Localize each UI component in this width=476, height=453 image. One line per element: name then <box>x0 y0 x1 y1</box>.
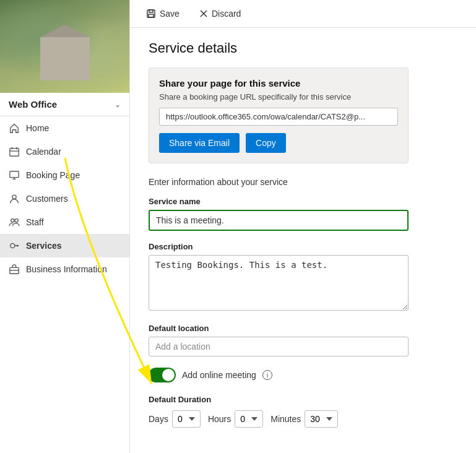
briefcase-icon <box>9 264 20 275</box>
page-title: Service details <box>149 40 457 56</box>
sidebar-item-calendar-label: Calendar <box>26 147 61 157</box>
sidebar-item-calendar[interactable]: Calendar <box>0 140 129 163</box>
sidebar-nav: Home Calendar Booking Page Customers <box>0 116 129 281</box>
svg-point-2 <box>12 195 16 199</box>
svg-point-4 <box>15 219 18 222</box>
key-icon <box>9 240 20 251</box>
share-box-title: Share your page for this service <box>159 78 398 88</box>
duration-row: Days 0 Hours 0 Minutes 30 <box>149 410 457 428</box>
sidebar-item-services-label: Services <box>26 241 62 251</box>
discard-label: Discard <box>212 9 241 19</box>
monitor-icon <box>9 170 20 181</box>
days-unit: Days 0 <box>149 410 201 428</box>
hours-select[interactable]: 0 <box>235 410 263 428</box>
save-button[interactable]: Save <box>142 6 183 21</box>
workspace-header[interactable]: Web Office ⌄ <box>0 93 129 116</box>
hours-unit: Hours 0 <box>208 410 263 428</box>
discard-button[interactable]: Discard <box>196 6 244 21</box>
home-icon <box>9 123 20 134</box>
sidebar-item-business-information[interactable]: Business Information <box>0 257 129 281</box>
sidebar-item-staff-label: Staff <box>26 217 44 227</box>
svg-point-5 <box>11 243 15 248</box>
sidebar-item-staff[interactable]: Staff <box>0 210 129 234</box>
svg-rect-1 <box>10 171 19 178</box>
minutes-label: Minutes <box>270 414 301 424</box>
share-box-description: Share a booking page URL specifically fo… <box>159 92 398 101</box>
description-label: Description <box>149 242 457 251</box>
building-graphic <box>40 37 90 80</box>
chevron-down-icon: ⌄ <box>115 100 121 109</box>
calendar-icon <box>9 146 20 157</box>
svg-rect-0 <box>10 149 19 157</box>
sidebar-item-booking-page[interactable]: Booking Page <box>0 163 129 187</box>
location-input[interactable] <box>149 337 409 356</box>
svg-rect-8 <box>149 10 153 12</box>
sidebar-item-customers[interactable]: Customers <box>0 187 129 210</box>
sidebar-image <box>0 0 129 93</box>
share-via-email-button[interactable]: Share via Email <box>159 133 240 153</box>
copy-button[interactable]: Copy <box>246 133 286 153</box>
duration-label: Default Duration <box>149 395 457 404</box>
share-url-input[interactable] <box>159 108 398 126</box>
toolbar: Save Discard <box>130 0 476 28</box>
days-label: Days <box>149 414 168 424</box>
description-field-group: Description Testing Bookings. This is a … <box>149 242 457 313</box>
hours-label: Hours <box>208 414 231 424</box>
service-name-field-group: Service name <box>149 197 457 231</box>
location-label: Default location <box>149 324 457 333</box>
online-meeting-label: Add online meeting <box>182 370 256 380</box>
people-icon <box>9 217 20 228</box>
service-name-label: Service name <box>149 197 457 206</box>
content-area: Service details Share your page for this… <box>130 28 476 453</box>
svg-rect-9 <box>149 14 154 17</box>
days-select[interactable]: 0 <box>172 410 201 428</box>
save-icon <box>146 9 156 19</box>
x-icon <box>199 9 208 18</box>
sidebar-item-booking-label: Booking Page <box>26 170 80 180</box>
main-panel: Save Discard Service details Share your … <box>130 0 476 453</box>
location-field-group: Default location <box>149 324 457 356</box>
person-icon <box>9 193 20 204</box>
section-intro: Enter information about your service <box>149 177 457 187</box>
sidebar-item-business-label: Business Information <box>26 264 107 274</box>
share-box: Share your page for this service Share a… <box>149 67 409 163</box>
online-meeting-toggle[interactable] <box>149 368 176 382</box>
sidebar: Web Office ⌄ Home Calendar Booking Page <box>0 0 130 453</box>
share-buttons: Share via Email Copy <box>159 133 398 153</box>
save-label: Save <box>160 9 180 19</box>
description-input[interactable]: Testing Bookings. This is a test. <box>149 255 409 311</box>
svg-point-3 <box>11 219 14 222</box>
sidebar-item-home-label: Home <box>26 123 49 133</box>
sidebar-item-home[interactable]: Home <box>0 116 129 140</box>
minutes-unit: Minutes 30 <box>270 410 338 428</box>
info-icon[interactable]: i <box>262 370 272 380</box>
minutes-select[interactable]: 30 <box>305 410 338 428</box>
online-meeting-row: Add online meeting i <box>149 368 457 382</box>
service-name-input[interactable] <box>149 210 409 231</box>
sidebar-item-services[interactable]: Services <box>0 234 129 257</box>
sidebar-item-customers-label: Customers <box>26 194 68 204</box>
workspace-name: Web Office <box>9 99 57 110</box>
